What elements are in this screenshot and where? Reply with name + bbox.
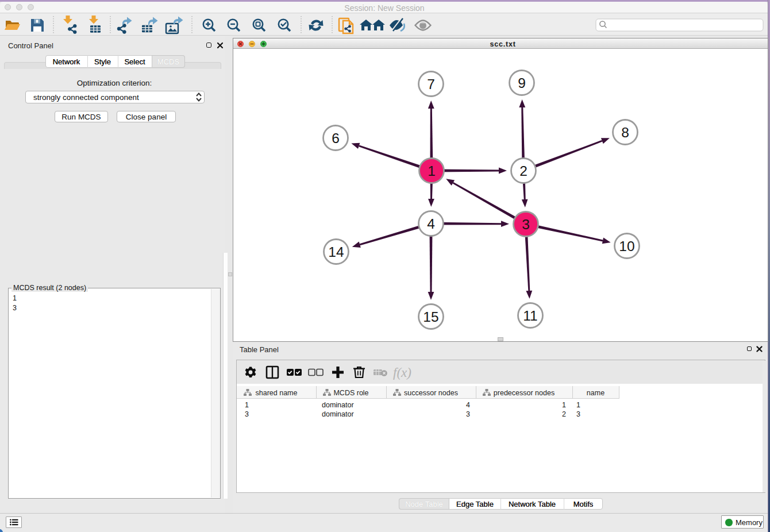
svg-text:7: 7: [427, 76, 435, 92]
svg-text:1: 1: [428, 163, 436, 179]
svg-text:14: 14: [328, 244, 344, 260]
svg-text:8: 8: [621, 125, 629, 140]
svg-text:10: 10: [619, 238, 634, 254]
svg-text:11: 11: [523, 308, 537, 323]
svg-text:4: 4: [427, 216, 435, 232]
svg-text:15: 15: [423, 309, 438, 325]
svg-text:3: 3: [522, 217, 530, 232]
svg-text:9: 9: [518, 75, 526, 91]
svg-text:2: 2: [519, 163, 528, 179]
svg-text:f(x): f(x): [393, 365, 411, 380]
svg-text:6: 6: [332, 130, 340, 146]
